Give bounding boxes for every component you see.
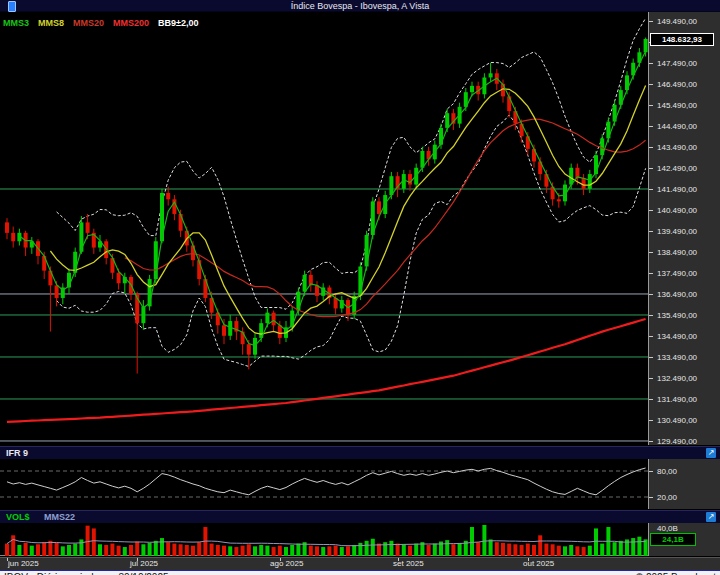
price-axis-tick (649, 105, 653, 106)
candles-group (5, 38, 648, 374)
price-axis-tick (649, 399, 653, 400)
chart-info: IBOV - Diário - criado em 30/10/2025 (4, 571, 169, 575)
trading-chart-window: Índice Bovespa - Ibovespa, A Vista MMS3M… (0, 0, 720, 575)
legend-item-mms200: MMS200 (113, 18, 149, 28)
price-axis-tick (649, 378, 653, 379)
price-axis-label: 147.490,00 (657, 59, 697, 68)
volume-ma-label: MMS22 (44, 511, 75, 523)
price-axis-tick (649, 441, 653, 442)
price-axis-tick (649, 189, 653, 190)
price-axis-tick (649, 147, 653, 148)
legend-item-mms8: MMS8 (38, 18, 64, 28)
time-axis-label: out 2025 (523, 559, 554, 569)
price-axis-tick (649, 231, 653, 232)
ifr-line (7, 468, 646, 495)
price-axis-label: 137.490,00 (657, 269, 697, 278)
price-axis[interactable]: 148.632,93 149.490,00148.490,00147.490,0… (648, 12, 720, 445)
price-axis-label: 132.490,00 (657, 374, 697, 383)
price-axis-label: 138.490,00 (657, 248, 697, 257)
volume-panel-header: VOL$ MMS22 ↗ (0, 510, 720, 524)
time-axis[interactable]: jun 2025jul 2025ago 2025set 2025out 2025 (0, 557, 720, 570)
price-axis-tick (649, 210, 653, 211)
expand-icon[interactable]: ↗ (706, 448, 716, 458)
price-axis-label: 130.490,00 (657, 416, 697, 425)
legend-item-bb9200: BB9±2,00 (158, 18, 198, 28)
price-axis-tick (649, 315, 653, 316)
price-axis-label: 131.490,00 (657, 395, 697, 404)
ifr-panel-title: IFR 9 (6, 447, 28, 459)
price-axis-tick (649, 21, 653, 22)
price-axis-tick (649, 357, 653, 358)
price-axis-tick (649, 273, 653, 274)
volume-ma-line (7, 539, 646, 545)
main-chart-panel[interactable]: MMS3MMS8MMS20MMS200BB9±2,00 148.632,93 1… (0, 12, 720, 445)
time-axis-label: set 2025 (393, 559, 424, 569)
price-axis-label: 145.490,00 (657, 101, 697, 110)
ifr-axis-tick (649, 497, 653, 498)
volume-chart[interactable] (0, 523, 648, 556)
ifr-chart[interactable] (0, 459, 648, 509)
price-axis-label: 135.490,00 (657, 311, 697, 320)
volume-axis-label: 40,0B (657, 524, 678, 533)
price-axis-label: 134.490,00 (657, 332, 697, 341)
price-axis-tick (649, 294, 653, 295)
price-axis-label: 129.490,00 (657, 437, 697, 446)
price-axis-label: 141.490,00 (657, 185, 697, 194)
price-axis-tick (649, 168, 653, 169)
ifr-panel[interactable]: 80,0020,00 (0, 459, 720, 509)
time-axis-label: ago 2025 (270, 559, 303, 569)
price-axis-label: 140.490,00 (657, 206, 697, 215)
price-axis-label: 133.490,00 (657, 353, 697, 362)
volume-panel-title: VOL$ (6, 511, 30, 523)
ifr-axis-tick (649, 471, 653, 472)
expand-icon[interactable]: ↗ (706, 512, 716, 522)
price-axis-label: 136.490,00 (657, 290, 697, 299)
price-axis-tick (649, 252, 653, 253)
price-axis-tick (649, 336, 653, 337)
time-axis-label: jun 2025 (8, 559, 39, 569)
legend-item-mms20: MMS20 (73, 18, 104, 28)
bollinger-lower-band (57, 115, 646, 367)
window-title: Índice Bovespa - Ibovespa, A Vista (0, 0, 720, 12)
price-axis-label: 146.490,00 (657, 80, 697, 89)
price-axis-label: 143.490,00 (657, 143, 697, 152)
current-volume-label: 24,1B (650, 533, 696, 546)
volume-panel[interactable]: 40,0B 24,1B (0, 523, 720, 556)
ifr-axis-label: 80,00 (657, 467, 677, 476)
copyright: © 2025 Broadcast (636, 571, 716, 575)
ifr-axis-label: 20,00 (657, 493, 677, 502)
price-axis-label: 149.490,00 (657, 17, 697, 26)
status-bar: IBOV - Diário - criado em 30/10/2025 © 2… (0, 570, 720, 575)
window-titlebar: Índice Bovespa - Ibovespa, A Vista (0, 0, 720, 12)
price-axis-tick (649, 84, 653, 85)
candlestick-chart[interactable] (0, 12, 648, 445)
legend-item-mms3: MMS3 (3, 18, 29, 28)
price-axis-tick (649, 420, 653, 421)
ifr-axis: 80,0020,00 (648, 459, 720, 509)
mms200-line (7, 319, 646, 422)
price-axis-label: 142.490,00 (657, 164, 697, 173)
time-axis-label: jul 2025 (130, 559, 158, 569)
price-axis-tick (649, 126, 653, 127)
indicator-legend: MMS3MMS8MMS20MMS200BB9±2,00 (3, 12, 208, 23)
ifr-panel-header: IFR 9 ↗ (0, 446, 720, 460)
price-axis-label: 139.490,00 (657, 227, 697, 236)
mms8-line (50, 86, 645, 335)
volume-axis: 40,0B 24,1B (648, 523, 720, 556)
price-axis-label: 144.490,00 (657, 122, 697, 131)
current-price-label: 148.632,93 (650, 33, 714, 46)
price-axis-tick (649, 63, 653, 64)
